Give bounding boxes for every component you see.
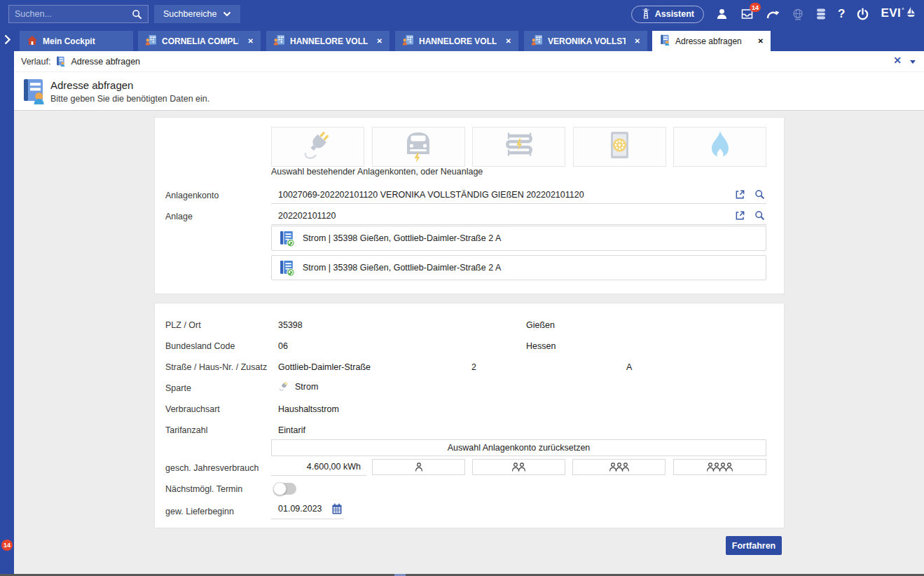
- plz-value[interactable]: 35398: [278, 320, 303, 330]
- delivery-date-input[interactable]: [278, 504, 323, 514]
- tab-veronika[interactable]: VERONIKA VOLLSTÄ... ✕: [524, 31, 647, 51]
- row-label: PLZ / Ort: [165, 320, 201, 330]
- page-person-icon: [659, 34, 670, 48]
- delivery-date-field: [271, 501, 344, 519]
- tile-einspeiser[interactable]: [573, 127, 666, 167]
- row-verbrauchsart: Verbrauchsart Haushaltsstrom: [155, 399, 784, 420]
- persons-3-button[interactable]: [572, 459, 666, 475]
- tab-label: Adresse abfragen: [675, 36, 742, 46]
- building-person-icon: [273, 34, 285, 48]
- tab-mein-cockpit[interactable]: Mein Cockpit: [20, 31, 133, 51]
- field-value[interactable]: 10027069-202202101120 VERONIKA VOLLSTÄND…: [278, 190, 584, 200]
- anlage-list-item[interactable]: Strom | 35398 Gießen, Gottlieb-Daimler-S…: [271, 255, 766, 280]
- tab-cornelia[interactable]: CORNELIA COMPLE... ✕: [138, 31, 261, 51]
- next-date-toggle[interactable]: [274, 483, 296, 495]
- sparte-tiles: [271, 127, 766, 167]
- tarifanzahl-value[interactable]: Eintarif: [278, 425, 305, 435]
- delivery-date-label: gew. Lieferbeginn: [165, 507, 234, 516]
- caret-down-icon[interactable]: [910, 60, 916, 64]
- tab-adresse-abfragen[interactable]: Adresse abfragen ✕: [652, 31, 771, 51]
- solar-panel-icon: [602, 130, 636, 164]
- anlagenkonto-panel: Auswahl bestehender Anlagenkonten, oder …: [154, 117, 785, 294]
- tile-waermestrom[interactable]: [472, 127, 565, 167]
- help-button[interactable]: ?: [838, 7, 845, 21]
- page-person-icon-large: [21, 78, 46, 107]
- tab-hannelore-1[interactable]: HANNELORE VOLLST... ✕: [266, 31, 389, 51]
- home-icon: [27, 35, 38, 48]
- page-title: Adresse abfragen: [50, 79, 133, 91]
- row-label: Straße / Haus-Nr. / Zusatz: [165, 362, 267, 372]
- anlage-list-item[interactable]: Strom | 35398 Gießen, Gottlieb-Daimler-S…: [271, 226, 766, 251]
- bundesland-name-value[interactable]: Hessen: [526, 341, 556, 351]
- continue-button[interactable]: Fortfahren: [726, 536, 782, 555]
- page-subtitle: Bitte geben Sie die benötigten Daten ein…: [50, 94, 209, 104]
- zusatz-value[interactable]: A: [626, 362, 632, 372]
- document-green-status-icon: [278, 230, 296, 247]
- sparte-value[interactable]: Strom: [295, 382, 318, 392]
- search-icon[interactable]: [125, 6, 148, 22]
- building-person-icon: [402, 34, 414, 48]
- lighthouse-icon: [641, 8, 651, 21]
- inbox-tray-icon[interactable]: 14: [740, 8, 754, 20]
- tab-close-icon[interactable]: ✕: [630, 37, 640, 45]
- row-strasse: Straße / Haus-Nr. / Zusatz Gottlieb-Daim…: [155, 357, 784, 378]
- evi-logo-text: EVI: [881, 6, 901, 20]
- chevron-right-icon[interactable]: [4, 34, 11, 47]
- tab-close-icon[interactable]: ✕: [244, 37, 254, 45]
- tab-close-icon[interactable]: ✕: [373, 37, 382, 45]
- search-scope-button[interactable]: Suchbereiche: [154, 5, 240, 23]
- lookup-icon[interactable]: [754, 189, 765, 202]
- redo-arrow-icon[interactable]: [766, 8, 780, 20]
- row-plz-ort: PLZ / Ort 35398 Gießen: [155, 315, 784, 336]
- field-value[interactable]: 202202101120: [278, 211, 336, 221]
- globe-icon[interactable]: [792, 8, 804, 20]
- row-bundesland: Bundesland Code 06 Hessen: [155, 336, 784, 357]
- left-strip: 14: [0, 51, 14, 574]
- document-green-status-icon: [278, 259, 296, 277]
- row-tarifanzahl: Tarifanzahl Eintarif: [155, 420, 784, 441]
- persons-2-button[interactable]: [472, 459, 565, 475]
- user-icon[interactable]: [715, 8, 729, 20]
- ort-value[interactable]: Gießen: [526, 320, 555, 330]
- search-input[interactable]: [9, 6, 125, 22]
- open-record-icon[interactable]: [735, 210, 745, 223]
- power-plug-icon: [298, 130, 338, 164]
- persons-4-button[interactable]: [673, 459, 766, 475]
- tile-emobility[interactable]: [372, 127, 465, 167]
- reset-anlagenkonto-button[interactable]: Auswahl Anlagenkonto zurücksetzen: [271, 439, 766, 456]
- tab-label: Mein Cockpit: [43, 36, 95, 46]
- open-record-icon[interactable]: [735, 189, 745, 202]
- verbrauchsart-value[interactable]: Haushaltsstrom: [278, 404, 339, 414]
- consumption-input[interactable]: [271, 458, 366, 476]
- anlage-list-item-text: Strom | 35398 Gießen, Gottlieb-Daimler-S…: [303, 263, 501, 273]
- row-sparte: Sparte Strom: [155, 378, 784, 399]
- database-icon[interactable]: [815, 8, 827, 20]
- power-icon[interactable]: [856, 8, 869, 21]
- tile-gas[interactable]: [673, 127, 766, 167]
- breadcrumb: Verlauf: Adresse abfragen ✕: [14, 51, 924, 72]
- hausnr-value[interactable]: 2: [471, 362, 476, 372]
- persons-1-button[interactable]: [372, 459, 465, 475]
- assistant-button[interactable]: Assistent: [631, 6, 704, 23]
- field-label: Anlage: [165, 212, 193, 221]
- alert-count-badge[interactable]: 14: [1, 540, 13, 551]
- building-person-icon: [531, 34, 543, 48]
- electric-car-icon: [399, 129, 437, 165]
- close-icon[interactable]: ✕: [893, 55, 902, 65]
- bundesland-code-value[interactable]: 06: [278, 341, 288, 351]
- tab-label: HANNELORE VOLLST...: [290, 36, 368, 46]
- tab-close-icon[interactable]: ✕: [502, 37, 511, 45]
- tab-label: VERONIKA VOLLSTÄ...: [548, 36, 626, 46]
- row-label: Bundesland Code: [165, 341, 235, 351]
- breadcrumb-item[interactable]: Adresse abfragen: [71, 57, 140, 67]
- power-plug-small-icon: [278, 381, 290, 392]
- calendar-icon[interactable]: [331, 503, 343, 516]
- notification-badge: 14: [750, 3, 761, 12]
- toggle-knob: [273, 482, 287, 495]
- tile-strom[interactable]: [271, 127, 364, 167]
- strasse-value[interactable]: Gottlieb-Daimler-Straße: [278, 362, 371, 372]
- tab-hannelore-2[interactable]: HANNELORE VOLLST... ✕: [395, 31, 518, 51]
- tab-close-icon[interactable]: ✕: [754, 37, 764, 45]
- page-header: Adresse abfragen Bitte geben Sie die ben…: [14, 72, 924, 111]
- lookup-icon[interactable]: [754, 210, 765, 223]
